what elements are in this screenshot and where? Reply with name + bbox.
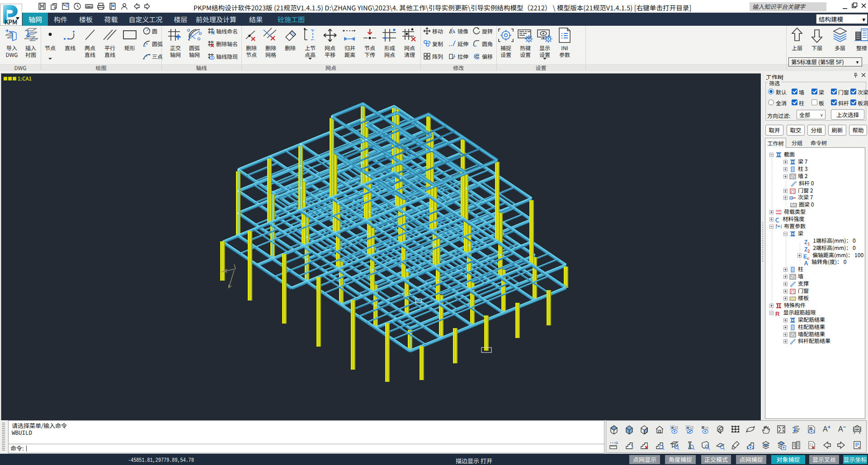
svg-text:0: 0: [66, 3, 68, 8]
svg-text:A: A: [823, 425, 828, 433]
svg-text:N: N: [211, 28, 215, 35]
svg-text:?: ?: [113, 4, 114, 7]
svg-text:KPM: KPM: [5, 17, 17, 25]
svg-text:DWG: DWG: [86, 5, 92, 9]
svg-text:A: A: [838, 425, 843, 433]
svg-text:DWG: DWG: [853, 428, 861, 431]
